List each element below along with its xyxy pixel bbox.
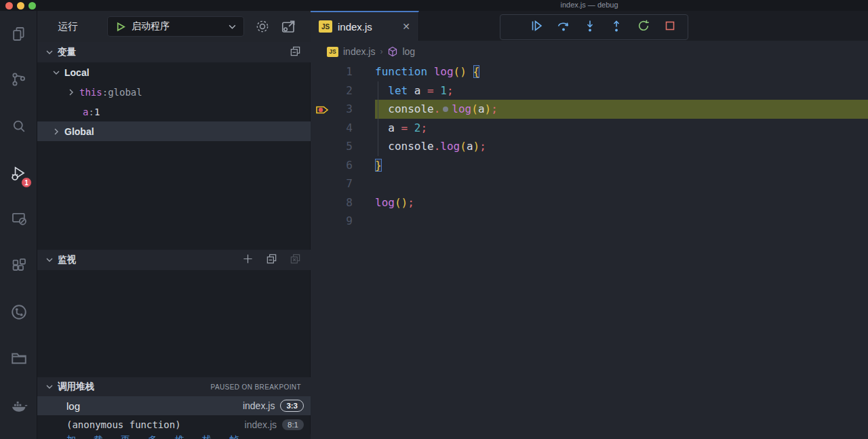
traffic-minimize-button[interactable]	[17, 2, 24, 9]
add-expression-icon[interactable]	[242, 253, 254, 267]
launch-config-dropdown[interactable]: 启动程序	[107, 16, 244, 37]
files-icon	[11, 26, 27, 45]
restart-button[interactable]	[633, 17, 654, 37]
collapse-all-icon[interactable]	[290, 45, 301, 59]
breadcrumb: JS index.js › log	[311, 41, 868, 62]
code-editor[interactable]: 1function log() {2 let a = 1;3 console.l…	[311, 62, 868, 439]
gutter[interactable]: 7	[311, 174, 375, 193]
variables-section-header[interactable]: 变量	[37, 42, 311, 62]
watch-section-header[interactable]: 监视	[37, 250, 311, 270]
line-number: 8	[311, 193, 375, 212]
toolbar-drag-handle[interactable]	[508, 17, 520, 37]
collapse-all-icon[interactable]	[266, 253, 277, 267]
open-debug-console-button[interactable]	[280, 18, 297, 38]
variable-row-this[interactable]: this: global	[37, 82, 311, 102]
gutter[interactable]: 4	[311, 119, 375, 138]
code-line[interactable]: 6}	[311, 156, 868, 175]
step-out-button[interactable]	[606, 17, 627, 37]
code-line[interactable]: 9	[311, 212, 868, 231]
step-into-button[interactable]	[580, 17, 600, 37]
close-icon[interactable]: ✕	[402, 21, 418, 32]
run-toolbar: 运行 启动程序	[37, 11, 311, 42]
tab-bar: JS index.js ✕	[311, 11, 868, 41]
code-line[interactable]: 1function log() {	[311, 62, 868, 81]
inline-breakpoint-hint-icon[interactable]	[443, 107, 448, 112]
gutter[interactable]: 1	[311, 62, 375, 81]
code-line[interactable]: 8log();	[311, 193, 868, 212]
sidebar-item-extensions[interactable]	[0, 252, 37, 282]
variable-value: global	[108, 87, 142, 98]
chevron-down-icon	[45, 48, 54, 56]
start-debug-icon[interactable]	[115, 21, 126, 33]
watch-section-title: 监视	[58, 254, 76, 266]
gutter[interactable]: 3	[311, 100, 375, 119]
line-number: 7	[311, 174, 375, 193]
variables-scope-local[interactable]: Local	[37, 62, 311, 82]
window-title: index.js — debug	[311, 1, 868, 9]
folder-icon	[10, 349, 28, 370]
activity-bar: 1	[0, 11, 37, 439]
sidebar-item-remote-explorer[interactable]	[0, 205, 37, 235]
step-over-button[interactable]	[553, 17, 574, 37]
title-bar: index.js — debug	[0, 0, 868, 11]
chevron-down-icon	[45, 256, 54, 264]
gutter[interactable]: 9	[311, 212, 375, 231]
frame-position-badge: 3:3	[280, 400, 304, 412]
gutter[interactable]: 6	[311, 156, 375, 175]
frame-name: log	[66, 400, 80, 412]
line-number: 1	[311, 62, 375, 81]
restart-icon	[636, 18, 651, 36]
configure-gear-button[interactable]	[254, 18, 271, 37]
scope-name: Local	[64, 67, 90, 78]
traffic-close-button[interactable]	[5, 2, 13, 9]
chevron-right-icon: ›	[380, 47, 382, 56]
code-lines: 1function log() {2 let a = 1;3 console.l…	[311, 62, 868, 231]
gear-icon	[254, 25, 271, 37]
code-line[interactable]: 5 console.log(a);	[311, 137, 868, 156]
frame-file: index.js	[245, 419, 277, 430]
variable-row-a[interactable]: a: 1	[37, 102, 311, 121]
variable-name: a	[83, 107, 88, 117]
step-over-icon	[556, 18, 571, 36]
git-graph-icon	[10, 303, 28, 324]
sidebar-item-search[interactable]	[0, 113, 37, 143]
continue-icon	[529, 18, 544, 36]
tab-index-js[interactable]: JS index.js ✕	[311, 11, 419, 41]
gutter[interactable]: 8	[311, 193, 375, 212]
callstack-section-title: 调用堆栈	[58, 381, 94, 393]
chevron-down-icon	[45, 383, 54, 391]
gutter[interactable]: 5	[311, 137, 375, 156]
stack-frame-row[interactable]: (anonymous function) index.js 8:1	[37, 415, 311, 434]
extensions-icon	[11, 258, 27, 277]
code-line[interactable]: 2 let a = 1;	[311, 81, 868, 100]
code-line[interactable]: 7	[311, 174, 868, 193]
line-number: 2	[311, 81, 375, 100]
load-more-frames-link[interactable]: 加载更多堆栈帧	[37, 434, 311, 439]
continue-button[interactable]	[526, 17, 547, 37]
stop-button[interactable]	[660, 17, 680, 37]
sidebar-item-git-graph[interactable]	[0, 299, 37, 328]
code-line[interactable]: 3 console.log(a);	[311, 100, 868, 119]
callstack-section-header[interactable]: 调用堆栈 PAUSED ON BREAKPOINT	[37, 377, 311, 396]
chevron-right-icon	[52, 128, 60, 136]
chevron-down-icon	[52, 69, 60, 77]
breadcrumb-file[interactable]: index.js	[343, 46, 375, 57]
line-number: 4	[311, 119, 375, 138]
sidebar-item-source-control[interactable]	[0, 66, 37, 96]
sidebar-item-run-and-debug[interactable]: 1	[0, 159, 37, 189]
stack-frame-row[interactable]: log index.js 3:3	[37, 396, 311, 415]
variables-section-title: 变量	[58, 46, 76, 58]
sidebar-item-explorer[interactable]	[0, 20, 37, 50]
docker-icon	[10, 397, 28, 417]
debug-count-badge: 1	[21, 177, 32, 188]
gutter[interactable]: 2	[311, 81, 375, 100]
line-number: 5	[311, 137, 375, 156]
frame-file: index.js	[243, 400, 275, 411]
variables-scope-global[interactable]: Global	[37, 121, 311, 141]
variable-name: this	[79, 87, 102, 98]
traffic-zoom-button[interactable]	[28, 2, 36, 9]
breadcrumb-symbol[interactable]: log	[402, 46, 415, 57]
sidebar-item-containers[interactable]	[0, 345, 37, 375]
sidebar-item-docker[interactable]	[0, 392, 37, 422]
code-line[interactable]: 4 a = 2;	[311, 119, 868, 138]
